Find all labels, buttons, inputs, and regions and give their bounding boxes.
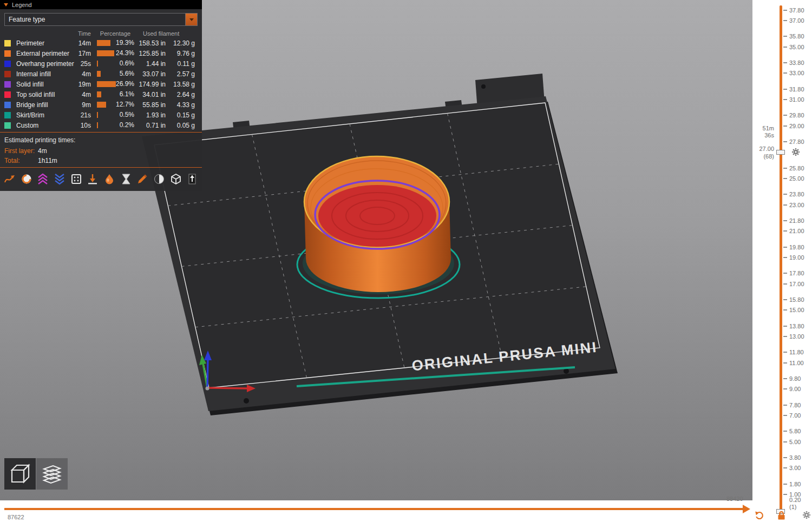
legend-row[interactable]: Internal infill4m5.6%33.07 in2.57 g	[0, 69, 202, 79]
view-type-select[interactable]: Feature type	[4, 13, 198, 26]
layer-tick-label: 5.80	[789, 428, 801, 434]
feature-length: 55.85 in	[139, 101, 166, 109]
feature-name: Perimeter	[16, 39, 75, 47]
legend-row[interactable]: Custom10s0.2%0.71 in0.05 g	[0, 120, 202, 130]
tool-marker-icon[interactable]	[169, 173, 182, 186]
move-end-value: 88420	[726, 495, 743, 502]
layer-tick	[783, 230, 787, 232]
feature-percent-cell: 5.6%	[96, 69, 134, 79]
legend-feature-table: Perimeter14m19.3%158.53 in12.30 gExterna…	[0, 38, 202, 130]
layer-edit-gear-icon[interactable]	[791, 148, 800, 158]
color-changes-icon[interactable]	[103, 173, 116, 186]
lock-icon[interactable]	[777, 511, 785, 522]
layer-tick-label: 15.80	[789, 296, 804, 303]
dropdown-button[interactable]	[185, 14, 197, 25]
feature-percent: 0.6%	[120, 60, 134, 67]
legend-row[interactable]: External perimeter17m24.3%125.85 in9.76 …	[0, 48, 202, 58]
travel-icon[interactable]	[3, 173, 16, 186]
feature-color-swatch	[4, 50, 11, 57]
feature-color-swatch	[4, 61, 11, 67]
gear-icon[interactable]	[802, 511, 811, 521]
feature-percent: 24.3%	[116, 49, 134, 57]
feature-percent: 0.2%	[120, 121, 134, 129]
layer-tick-label: 3.00	[789, 465, 801, 471]
layer-slider-track[interactable]	[780, 5, 782, 514]
feature-time: 4m	[75, 70, 91, 78]
feature-weight: 0.05 g	[170, 122, 195, 129]
legend-row[interactable]: Bridge infill9m12.7%55.85 in4.33 g	[0, 100, 202, 110]
layer-tick	[783, 47, 787, 48]
legend-row[interactable]: Solid infill19m26.9%174.99 in13.58 g	[0, 79, 202, 89]
legend-row[interactable]: Top solid infill4m6.1%34.01 in2.64 g	[0, 89, 202, 100]
layer-tick	[783, 494, 787, 495]
layer-height-label: 27.00	[752, 146, 774, 152]
move-slider-handle[interactable]	[743, 505, 750, 513]
layer-tick	[783, 168, 787, 169]
layer-tick	[783, 115, 787, 116]
legend-toolbar	[0, 168, 202, 191]
feature-percent: 0.5%	[120, 111, 134, 118]
layer-tick	[783, 89, 787, 90]
shells-icon[interactable]	[153, 173, 166, 186]
layer-tick	[783, 467, 787, 468]
percent-bar	[97, 81, 116, 87]
feature-color-swatch	[4, 71, 11, 77]
feature-name: Overhang perimeter	[16, 60, 75, 68]
layer-slider-upper-handle[interactable]	[776, 150, 785, 155]
layer-tick	[783, 378, 787, 379]
legend-row[interactable]: Perimeter14m19.3%158.53 in12.30 g	[0, 38, 202, 48]
percent-bar	[97, 112, 98, 118]
wipe-icon[interactable]	[20, 173, 33, 186]
pause-prints-icon[interactable]	[120, 173, 133, 186]
custom-gcodes-icon[interactable]	[136, 173, 149, 186]
layer-tick	[783, 484, 787, 485]
legend-column-headers: Time Percentage Used filament	[0, 29, 202, 38]
undo-icon[interactable]	[755, 511, 764, 522]
layer-slider-panel: 37.8037.0035.8035.0033.8033.0031.8031.00…	[752, 0, 812, 522]
top-infill-surface	[318, 185, 436, 247]
feature-time: 21s	[75, 111, 91, 119]
layer-tick	[783, 457, 787, 458]
feature-color-swatch	[4, 91, 11, 98]
layer-tick-label: 15.00	[789, 307, 804, 313]
layer-tick	[783, 194, 787, 195]
layer-tick	[783, 257, 787, 258]
feature-percent-cell: 24.3%	[96, 48, 134, 58]
legend-toggle-icon[interactable]	[186, 173, 199, 186]
legend-row[interactable]: Skirt/Brim21s0.5%1.93 in0.15 g	[0, 110, 202, 120]
layer-tick-label: 17.00	[789, 281, 804, 287]
legend-title: Legend	[12, 2, 32, 8]
view-type-value: Feature type	[5, 14, 185, 25]
layer-tick	[783, 309, 787, 310]
estimated-times-title: Estimated printing times:	[0, 133, 202, 146]
first-layer-value: 4m	[38, 147, 47, 155]
retractions-icon[interactable]	[36, 173, 49, 186]
layer-tick-label: 23.00	[789, 202, 804, 208]
deretractions-icon[interactable]	[53, 173, 66, 186]
feature-name: External perimeter	[16, 50, 75, 57]
move-slider-track[interactable]	[4, 508, 743, 510]
3d-view-button[interactable]	[4, 458, 36, 490]
legend-header[interactable]: Legend	[0, 0, 202, 9]
percent-bar	[97, 50, 114, 56]
seams-icon[interactable]	[70, 173, 83, 186]
layer-tick-label: 35.80	[789, 33, 804, 39]
first-layer-row: First layer: 4m	[0, 146, 202, 156]
layer-tick-label: 3.80	[789, 454, 801, 461]
legend-row[interactable]: Overhang perimeter25s0.6%1.44 in0.11 g	[0, 58, 202, 69]
layer-tick-label: 29.80	[789, 112, 804, 118]
layer-tick	[783, 72, 787, 74]
feature-time: 17m	[75, 50, 91, 57]
feature-percent: 5.6%	[120, 70, 134, 77]
layer-tick	[783, 178, 787, 179]
bed-screw-hole	[564, 368, 569, 374]
layer-tick-label: 19.00	[789, 254, 804, 261]
feature-name: Solid infill	[16, 81, 75, 88]
tool-changes-icon[interactable]	[86, 173, 99, 186]
layer-tick-label: 13.80	[789, 323, 804, 329]
feature-percent-cell: 26.9%	[96, 79, 134, 89]
percent-bar	[97, 102, 106, 108]
layers-preview-button[interactable]	[36, 458, 68, 490]
layer-tick	[783, 247, 787, 248]
feature-color-swatch	[4, 112, 11, 118]
